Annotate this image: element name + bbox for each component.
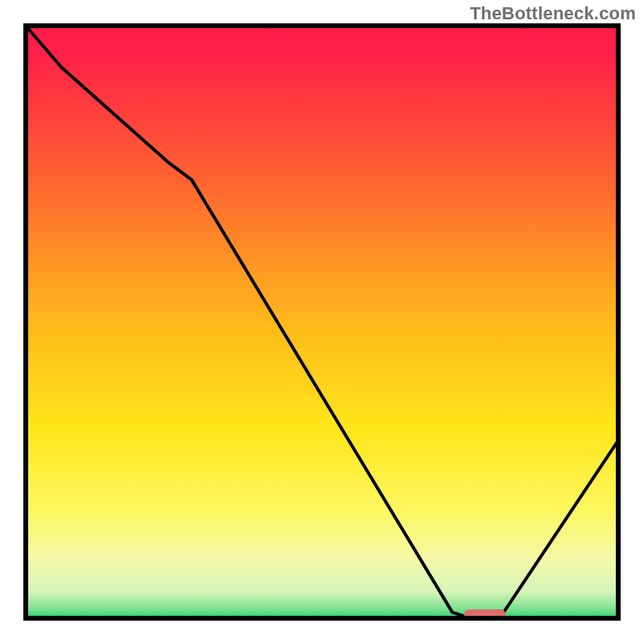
- bottleneck-chart: [0, 0, 644, 644]
- chart-container: { "watermark": "TheBottleneck.com", "cha…: [0, 0, 644, 644]
- watermark-text: TheBottleneck.com: [470, 3, 636, 24]
